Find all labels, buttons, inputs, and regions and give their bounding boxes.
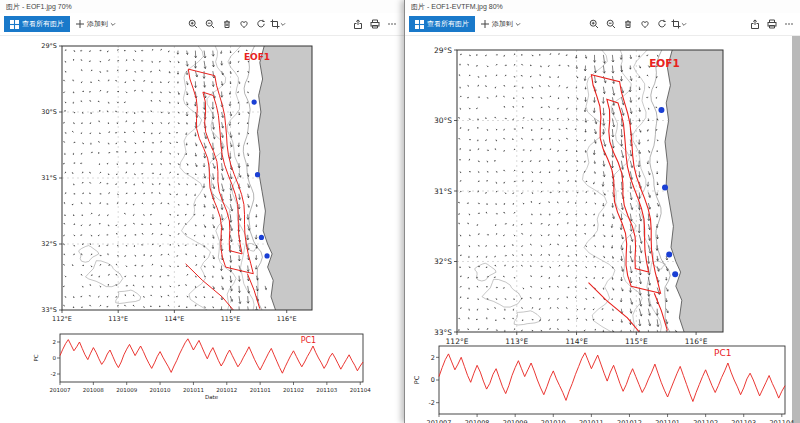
- svg-text:114°E: 114°E: [164, 315, 184, 323]
- share-icon: [750, 19, 760, 29]
- zoom-out-icon: [606, 19, 616, 29]
- svg-text:30°S: 30°S: [41, 108, 57, 116]
- svg-text:201011: 201011: [579, 419, 604, 423]
- svg-text:201101: 201101: [250, 387, 271, 393]
- share-button[interactable]: [746, 16, 763, 32]
- svg-text:2: 2: [53, 339, 57, 345]
- plus-icon: [75, 19, 85, 29]
- more-button[interactable]: [383, 16, 400, 32]
- crop-button[interactable]: [269, 16, 286, 32]
- svg-text:PC1: PC1: [301, 336, 317, 345]
- chevron-down-icon: [515, 22, 521, 27]
- svg-text:201010: 201010: [541, 419, 566, 423]
- svg-text:31°S: 31°S: [41, 174, 57, 182]
- see-all-label: 查看所有图片: [427, 19, 469, 29]
- svg-text:30°S: 30°S: [434, 116, 452, 125]
- svg-text:EOF1: EOF1: [244, 52, 270, 62]
- pc1-plot: 20-2201007201008201009201010201011201012…: [30, 324, 375, 408]
- more-ellipsis-icon: [784, 19, 794, 29]
- svg-text:113°E: 113°E: [108, 315, 128, 323]
- rotate-button[interactable]: [252, 16, 269, 32]
- add-to-label: 添加到: [492, 19, 513, 29]
- zoom-in-icon: [589, 19, 599, 29]
- svg-text:32°S: 32°S: [41, 240, 57, 248]
- printer-icon: [370, 19, 380, 29]
- svg-text:PC: PC: [33, 354, 39, 361]
- photo-viewport: 112°E113°E114°E115°E116°E29°S30°S31°S32°…: [405, 36, 800, 423]
- svg-text:PC: PC: [413, 375, 421, 384]
- more-button[interactable]: [780, 16, 797, 32]
- plus-icon: [480, 19, 490, 29]
- favorite-button[interactable]: [235, 16, 252, 32]
- toolbar: 查看所有图片 添加到: [405, 13, 800, 36]
- crop-button[interactable]: [670, 16, 687, 32]
- delete-button[interactable]: [619, 16, 636, 32]
- pc1-plot: 20-2201007201008201009201010201011201012…: [411, 334, 795, 423]
- eof-map-figure: 112°E113°E114°E115°E116°E29°S30°S31°S32°…: [28, 38, 328, 330]
- more-ellipsis-icon: [387, 19, 397, 29]
- share-icon: [353, 19, 363, 29]
- svg-text:201104: 201104: [350, 387, 371, 393]
- svg-text:201007: 201007: [50, 387, 71, 393]
- photo-canvas[interactable]: 112°E113°E114°E115°E116°E29°S30°S31°S32°…: [0, 36, 404, 423]
- toolbar: 查看所有图片 添加到: [0, 13, 404, 36]
- svg-text:-2: -2: [51, 371, 56, 377]
- svg-text:201007: 201007: [427, 419, 452, 423]
- window-title: 图片 - EOF1.jpg 70%: [6, 3, 72, 10]
- svg-text:Date: Date: [205, 394, 219, 400]
- see-all-label: 查看所有图片: [22, 19, 64, 29]
- photos-grid-icon: [10, 20, 19, 29]
- chevron-down-icon: [110, 22, 116, 27]
- zoom-in-button[interactable]: [184, 16, 201, 32]
- svg-text:32°S: 32°S: [434, 257, 452, 266]
- zoom-out-icon: [205, 19, 215, 29]
- window-title: 图片 - EOF1-EVTFM.jpg 80%: [411, 3, 503, 10]
- rotate-button[interactable]: [653, 16, 670, 32]
- svg-text:201012: 201012: [617, 419, 642, 423]
- svg-text:201101: 201101: [655, 419, 680, 423]
- svg-text:2: 2: [431, 354, 435, 362]
- photos-window-right: 图片 - EOF1-EVTFM.jpg 80% 查看所有图片 添加到 112°E…: [404, 0, 800, 423]
- share-button[interactable]: [349, 16, 366, 32]
- photo-viewport: 112°E113°E114°E115°E116°E29°S30°S31°S32°…: [0, 36, 404, 423]
- svg-text:33°S: 33°S: [41, 306, 57, 314]
- add-to-button[interactable]: 添加到: [475, 16, 526, 32]
- svg-text:PC1: PC1: [714, 348, 731, 358]
- rotate-icon: [657, 19, 667, 29]
- svg-text:201012: 201012: [216, 387, 237, 393]
- titlebar[interactable]: 图片 - EOF1-EVTFM.jpg 80%: [405, 0, 800, 13]
- zoom-in-button[interactable]: [585, 16, 602, 32]
- svg-text:201009: 201009: [503, 419, 528, 423]
- rotate-icon: [256, 19, 266, 29]
- svg-text:-2: -2: [429, 399, 435, 407]
- add-to-label: 添加到: [87, 19, 108, 29]
- delete-button[interactable]: [218, 16, 235, 32]
- svg-text:29°S: 29°S: [41, 42, 57, 50]
- see-all-photos-button[interactable]: 查看所有图片: [409, 16, 475, 32]
- svg-text:EOF1: EOF1: [649, 57, 680, 69]
- titlebar[interactable]: 图片 - EOF1.jpg 70%: [0, 0, 404, 13]
- svg-text:201103: 201103: [316, 387, 337, 393]
- zoom-out-button[interactable]: [201, 16, 218, 32]
- see-all-photos-button[interactable]: 查看所有图片: [4, 16, 70, 32]
- photos-grid-icon: [415, 20, 424, 29]
- svg-text:201102: 201102: [283, 387, 304, 393]
- heart-icon: [640, 19, 650, 29]
- heart-icon: [239, 19, 249, 29]
- favorite-button[interactable]: [636, 16, 653, 32]
- print-button[interactable]: [763, 16, 780, 32]
- svg-text:201008: 201008: [83, 387, 104, 393]
- printer-icon: [767, 19, 777, 29]
- zoom-out-button[interactable]: [602, 16, 619, 32]
- svg-text:0: 0: [53, 355, 57, 361]
- print-button[interactable]: [366, 16, 383, 32]
- svg-text:201010: 201010: [150, 387, 171, 393]
- svg-text:29°S: 29°S: [434, 46, 452, 55]
- svg-text:116°E: 116°E: [277, 315, 297, 323]
- svg-text:115°E: 115°E: [221, 315, 241, 323]
- svg-text:201102: 201102: [693, 419, 718, 423]
- crop-icon: [671, 19, 681, 29]
- add-to-button[interactable]: 添加到: [70, 16, 121, 32]
- trash-icon: [623, 19, 633, 29]
- photo-canvas[interactable]: 112°E113°E114°E115°E116°E29°S30°S31°S32°…: [405, 36, 792, 423]
